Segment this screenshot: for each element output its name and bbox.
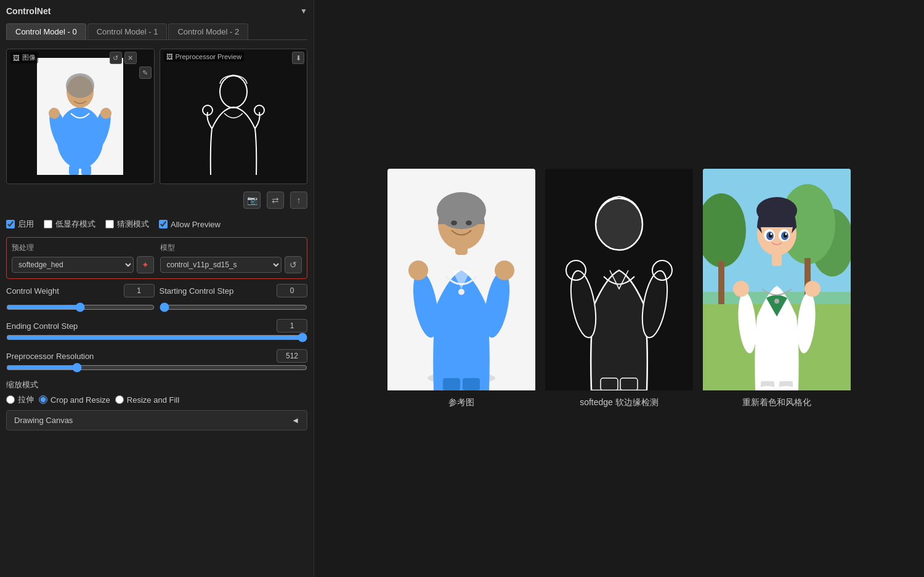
reference-caption: 参考图: [448, 397, 474, 408]
svg-rect-8: [69, 166, 79, 175]
svg-point-3: [66, 73, 94, 98]
svg-point-18: [408, 260, 428, 280]
tab-control-model-2[interactable]: Control Model - 2: [168, 23, 248, 39]
right-panel: 参考图: [314, 0, 924, 577]
dual-slider-row: [6, 302, 307, 314]
tab-control-model-0[interactable]: Control Model - 0: [6, 23, 86, 39]
swap-btn[interactable]: ⇄: [267, 192, 284, 209]
resolution-slider[interactable]: [6, 363, 307, 373]
upload-btn[interactable]: ↑: [290, 192, 307, 209]
control-weight-label: Control Weight: [6, 286, 92, 296]
starting-step-slider-container: [160, 302, 308, 314]
reference-image: [387, 169, 535, 392]
control-weight-slider[interactable]: [6, 302, 155, 312]
panel-arrow[interactable]: ▼: [300, 7, 307, 15]
enable-checkbox[interactable]: 启用: [6, 219, 34, 230]
ending-step-label: Ending Control Step: [6, 321, 92, 331]
action-row: 📷 ⇄ ↑: [6, 189, 307, 211]
svg-point-49: [733, 281, 749, 297]
preprocessor-select[interactable]: softedge_hed: [12, 257, 134, 273]
drawing-canvas-row[interactable]: Drawing Canvas ◄: [6, 410, 307, 430]
preprocessor-label-text: 预处理: [12, 243, 154, 253]
image-icon: 🖼: [13, 54, 20, 62]
edge-detection-image: [190, 58, 277, 175]
svg-point-19: [495, 260, 514, 280]
model-label-text: 模型: [160, 243, 302, 253]
control-weight-col: Control Weight 1: [6, 284, 155, 297]
preprocessor-icon: 🖼: [166, 53, 173, 60]
svg-point-25: [458, 289, 464, 295]
gallery-item-anime: 重新着色和风格化: [703, 169, 851, 408]
input-image-label: 🖼 图像: [10, 52, 38, 63]
panel-title: ControlNet: [6, 6, 51, 16]
tab-control-model-1[interactable]: Control Model - 1: [87, 23, 168, 39]
drawing-canvas-label: Drawing Canvas: [14, 416, 73, 425]
starting-step-slider[interactable]: [160, 302, 308, 312]
low-vram-checkbox[interactable]: 低显存模式: [44, 219, 95, 230]
preprocessor-label: 🖼 Preprocessor Preview: [164, 52, 245, 62]
control-weight-value[interactable]: 1: [124, 284, 155, 297]
refresh-image-btn[interactable]: ↺: [110, 52, 122, 64]
edge-caption: softedge 软边缘检测: [580, 397, 659, 408]
svg-rect-9: [81, 166, 91, 175]
download-preview-btn[interactable]: ⬇: [292, 52, 304, 64]
reference-svg: [387, 169, 535, 390]
zoom-label: 缩放模式: [6, 379, 307, 390]
svg-rect-27: [463, 378, 480, 390]
gallery-item-edge: softedge 软边缘检测: [545, 169, 693, 408]
control-weight-slider-container: [6, 302, 155, 314]
resolution-header: Preprocessor Resolution 512: [6, 349, 307, 363]
zoom-resize-fill[interactable]: Resize and Fill: [115, 395, 179, 405]
gallery-item-reference: 参考图: [387, 169, 535, 408]
resolution-value[interactable]: 512: [277, 349, 307, 363]
anime-caption: 重新着色和风格化: [742, 397, 811, 408]
ending-step-value[interactable]: 1: [277, 319, 307, 333]
left-panel: ControlNet ▼ Control Model - 0 Control M…: [0, 0, 314, 577]
resolution-label: Preprocessor Resolution: [6, 352, 94, 361]
drawing-canvas-arrow: ◄: [291, 416, 299, 425]
tab-bar: Control Model - 0 Control Model - 1 Cont…: [6, 23, 307, 40]
preprocessor-preview-box[interactable]: 🖼 Preprocessor Preview ⬇: [160, 49, 308, 184]
edge-svg: [545, 169, 693, 390]
svg-point-60: [771, 233, 772, 235]
model-section: 预处理 softedge_hed ✦ 模型 control_v11p_sd15_…: [6, 237, 307, 279]
svg-rect-44: [718, 261, 724, 310]
edit-image-btn[interactable]: ✎: [139, 67, 152, 79]
model-refresh-btn[interactable]: ↺: [285, 256, 302, 273]
preprocessor-row: softedge_hed ✦: [12, 256, 154, 273]
svg-point-24: [466, 220, 472, 225]
svg-point-7: [100, 108, 111, 119]
svg-point-50: [804, 281, 821, 297]
control-weight-header: Control Weight 1: [6, 284, 155, 297]
camera-btn[interactable]: 📷: [243, 192, 261, 209]
zoom-crop-resize[interactable]: Crop and Resize: [39, 395, 110, 405]
gallery-row: 参考图: [387, 169, 851, 408]
zoom-options: 拉伸 Crop and Resize Resize and Fill: [6, 394, 307, 405]
close-image-btn[interactable]: ✕: [124, 52, 137, 64]
image-row: 🖼 图像 ↺ ✕ ✎: [6, 49, 307, 184]
starting-step-value[interactable]: 0: [277, 284, 307, 297]
zoom-section: 缩放模式 拉伸 Crop and Resize Resize and Fill: [6, 379, 307, 405]
resolution-section: Preprocessor Resolution 512: [6, 349, 307, 374]
model-select[interactable]: control_v11p_sd15_s: [160, 257, 282, 273]
input-image-controls: ↺ ✕ ✎: [110, 52, 152, 79]
ending-step-section: Ending Control Step 1: [6, 319, 307, 344]
weight-step-row: Control Weight 1 Starting Control Step 0: [6, 284, 307, 297]
anime-image: [703, 169, 851, 392]
svg-point-53: [756, 197, 797, 224]
guess-mode-checkbox[interactable]: 猜测模式: [105, 219, 149, 230]
preprocessor-col: 预处理 softedge_hed ✦: [12, 243, 154, 273]
sliders-section: Control Weight 1 Starting Control Step 0: [6, 284, 307, 374]
model-col: 模型 control_v11p_sd15_s ↺: [160, 243, 302, 273]
input-image-box[interactable]: 🖼 图像 ↺ ✕ ✎: [6, 49, 155, 184]
starting-step-label: Starting Control Step: [160, 286, 246, 296]
svg-point-62: [774, 299, 779, 304]
preprocessor-star-btn[interactable]: ✦: [137, 256, 154, 273]
ending-step-slider[interactable]: [6, 333, 307, 342]
model-row: control_v11p_sd15_s ↺: [160, 256, 302, 273]
options-row: 启用 低显存模式 猜测模式 Allow Preview: [6, 216, 307, 232]
allow-preview-checkbox[interactable]: Allow Preview: [159, 220, 221, 229]
preprocessor-controls: ⬇: [292, 52, 304, 64]
zoom-stretch[interactable]: 拉伸: [6, 394, 34, 405]
svg-point-23: [451, 220, 457, 225]
